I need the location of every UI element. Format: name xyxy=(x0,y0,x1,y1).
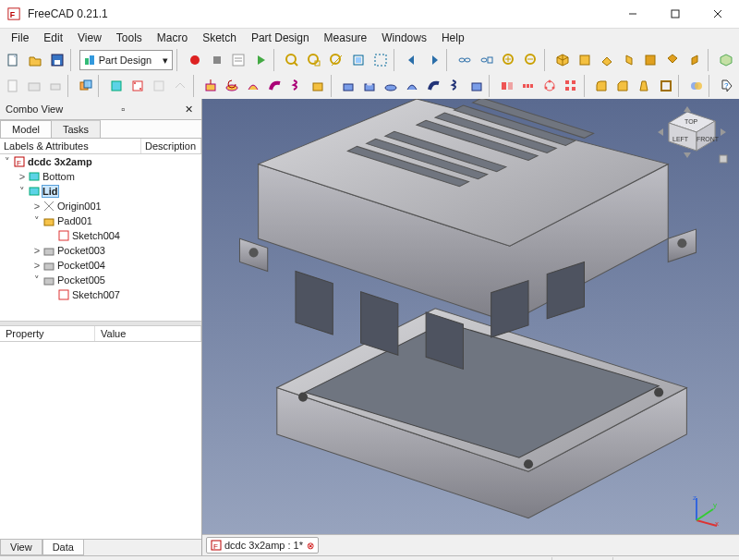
panel-close-button[interactable]: ✕ xyxy=(183,103,196,116)
view-bottom-button[interactable] xyxy=(662,48,683,72)
linear-pattern-button[interactable] xyxy=(518,74,538,98)
tree-item[interactable]: Sketch007 xyxy=(0,287,201,302)
view-top-button[interactable] xyxy=(597,48,617,72)
view-left-button[interactable] xyxy=(684,48,705,72)
menu-windows[interactable]: Windows xyxy=(374,30,434,46)
file-export-button[interactable] xyxy=(3,74,22,98)
loft-button[interactable] xyxy=(244,74,263,98)
link-make-button[interactable] xyxy=(454,48,475,72)
subtractive-prim-button[interactable] xyxy=(466,74,486,98)
draft-button[interactable] xyxy=(635,74,654,98)
col-labels[interactable]: Labels & Attributes xyxy=(0,139,141,153)
thickness-button[interactable] xyxy=(656,74,675,98)
new-file-button[interactable] xyxy=(3,48,23,72)
macro-stop-button[interactable] xyxy=(207,48,227,72)
menu-part-design[interactable]: Part Design xyxy=(244,30,317,46)
menu-file[interactable]: File xyxy=(4,30,36,46)
sweep-button[interactable] xyxy=(265,74,285,98)
tree-expander[interactable]: > xyxy=(31,201,42,212)
view-right-button[interactable] xyxy=(619,48,639,72)
minimize-button[interactable] xyxy=(612,0,654,28)
view-rear-button[interactable] xyxy=(641,48,661,72)
tree-expander[interactable]: ˅ xyxy=(17,186,28,198)
zoom-all-button[interactable] xyxy=(304,48,324,72)
tree-expander[interactable]: ˅ xyxy=(31,215,42,227)
tree-item[interactable]: ˅Pocket005 xyxy=(0,273,201,287)
boolean-button[interactable] xyxy=(686,74,706,98)
whats-this-button[interactable]: ? xyxy=(717,74,736,98)
menu-edit[interactable]: Edit xyxy=(36,30,70,46)
print-button[interactable] xyxy=(45,74,65,98)
folder-button[interactable] xyxy=(24,74,43,98)
menu-view[interactable]: View xyxy=(70,30,109,46)
subhelix-button[interactable] xyxy=(445,74,465,98)
col-description[interactable]: Description xyxy=(141,139,201,153)
open-file-button[interactable] xyxy=(25,48,45,72)
tree-expander[interactable]: ˅ xyxy=(31,274,42,286)
tree-expander[interactable]: ˅ xyxy=(2,156,13,168)
navigation-cube[interactable]: TOP LEFT FRONT xyxy=(641,104,733,197)
view-iso-button[interactable] xyxy=(552,48,573,72)
map-sketch-button[interactable] xyxy=(171,74,190,98)
additive-prim-button[interactable] xyxy=(308,74,327,98)
create-body-button[interactable] xyxy=(106,74,126,98)
document-tab[interactable]: F dcdc 3x2amp : 1* ⊗ xyxy=(206,537,319,554)
nav-back-button[interactable] xyxy=(402,48,422,72)
pad-button[interactable] xyxy=(201,74,221,98)
panel-float-button[interactable]: ▫ xyxy=(116,103,129,116)
tree-item[interactable]: >Origin001 xyxy=(0,199,201,213)
fillet-button[interactable] xyxy=(592,74,612,98)
macro-play-button[interactable] xyxy=(250,48,271,72)
tab-view[interactable]: View xyxy=(0,540,42,555)
drawstyle-button[interactable] xyxy=(348,48,369,72)
view-front-button[interactable] xyxy=(575,48,595,72)
menu-sketch[interactable]: Sketch xyxy=(195,30,244,46)
zoom-selection-button[interactable] xyxy=(326,48,346,72)
multitransform-button[interactable] xyxy=(562,74,581,98)
model-tree[interactable]: ˅Fdcdc 3x2amp>Bottom˅Lid>Origin001˅Pad00… xyxy=(0,154,201,321)
edit-sketch-button[interactable] xyxy=(150,74,169,98)
tree-item[interactable]: >Pocket003 xyxy=(0,243,201,258)
planes-button[interactable] xyxy=(76,74,95,98)
menu-macro[interactable]: Macro xyxy=(150,30,195,46)
tree-expander[interactable]: > xyxy=(31,260,42,271)
nav-forward-button[interactable] xyxy=(424,48,444,72)
tree-item[interactable]: >Bottom xyxy=(0,169,201,184)
mirror-button[interactable] xyxy=(497,74,516,98)
measure-button[interactable] xyxy=(716,48,736,72)
create-sketch-button[interactable] xyxy=(127,74,147,98)
subsweep-button[interactable] xyxy=(424,74,443,98)
tree-item[interactable]: ˅Lid xyxy=(0,184,201,199)
pocket-button[interactable] xyxy=(338,74,357,98)
workbench-selector[interactable]: Part Design ▾ xyxy=(79,50,173,70)
tree-item[interactable]: >Pocket004 xyxy=(0,258,201,273)
zoom-fit-button[interactable] xyxy=(282,48,302,72)
chamfer-button[interactable] xyxy=(613,74,633,98)
tree-expander[interactable]: > xyxy=(17,171,28,182)
hole-button[interactable] xyxy=(359,74,379,98)
tree-item[interactable]: ˅Pad001 xyxy=(0,213,201,228)
col-property[interactable]: Property xyxy=(0,326,95,341)
macro-edit-button[interactable] xyxy=(229,48,249,72)
3d-viewport[interactable]: TOP LEFT FRONT x z y F dcdc 3x2amp : 1* xyxy=(202,99,739,555)
close-button[interactable] xyxy=(697,0,739,28)
menu-help[interactable]: Help xyxy=(434,30,472,46)
bbox-button[interactable] xyxy=(370,48,391,72)
tree-item[interactable]: ˅Fdcdc 3x2amp xyxy=(0,154,201,169)
menu-measure[interactable]: Measure xyxy=(317,30,375,46)
col-value[interactable]: Value xyxy=(95,326,201,341)
tab-data[interactable]: Data xyxy=(42,540,84,555)
tab-tasks[interactable]: Tasks xyxy=(51,120,101,138)
save-button[interactable] xyxy=(47,48,67,72)
maximize-button[interactable] xyxy=(654,0,697,28)
document-tab-close[interactable]: ⊗ xyxy=(307,541,314,551)
zoom-in-button[interactable] xyxy=(499,48,519,72)
revolve-button[interactable] xyxy=(223,74,242,98)
tree-item[interactable]: Sketch004 xyxy=(0,228,201,243)
helix-button[interactable] xyxy=(286,74,306,98)
groove-button[interactable] xyxy=(382,74,401,98)
tab-model[interactable]: Model xyxy=(0,120,52,138)
menu-tools[interactable]: Tools xyxy=(109,30,150,46)
tree-expander[interactable]: > xyxy=(31,245,42,256)
link-sub-button[interactable] xyxy=(477,48,497,72)
